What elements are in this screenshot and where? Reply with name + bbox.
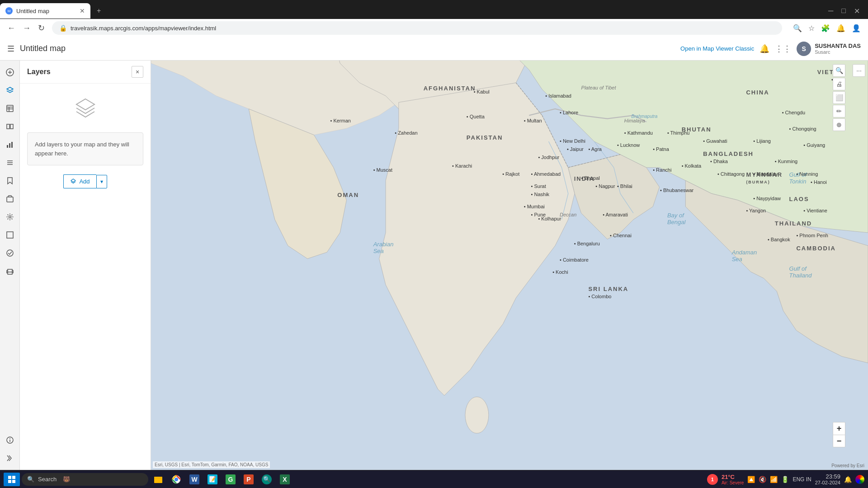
add-layer-main-button[interactable]: Add — [63, 174, 96, 188]
map-search-button[interactable]: 🔍 — [833, 64, 845, 77]
map-more-button[interactable]: ··· — [853, 64, 865, 77]
tray-wifi-icon[interactable]: 📶 — [770, 476, 778, 483]
zoom-in-button[interactable]: + — [833, 422, 845, 435]
city-dhaka: • Dhaka — [710, 159, 728, 164]
hamburger-menu[interactable]: ☰ — [7, 44, 14, 54]
address-field[interactable]: 🔒 travelrasik.maps.arcgis.com/apps/mapvi… — [52, 21, 782, 35]
language-display[interactable]: ENG IN — [793, 476, 811, 483]
open-classic-link[interactable]: Open in Map Viewer Classic — [680, 45, 754, 52]
start-button[interactable] — [4, 473, 20, 486]
city-phnom-penh: • Phnom Penh — [796, 233, 828, 238]
back-button[interactable]: ← — [5, 22, 17, 35]
search-icon[interactable]: 🔍 — [791, 22, 804, 34]
city-surat: • Surat — [531, 183, 546, 189]
sidebar-item-print[interactable] — [2, 263, 18, 279]
sidebar-item-expand[interactable] — [2, 450, 18, 466]
sidebar-item-list[interactable] — [2, 155, 18, 171]
svg-point-24 — [465, 397, 489, 433]
taskbar-app5[interactable]: G — [222, 471, 239, 488]
powered-by: Powered by Esri — [831, 463, 864, 468]
map-fullscreen-button[interactable]: ⬜ — [833, 91, 845, 104]
map-location-button[interactable]: ⊕ — [833, 118, 845, 131]
svg-rect-30 — [154, 477, 158, 478]
add-layer-dropdown-button[interactable]: ▾ — [96, 175, 107, 188]
user-info[interactable]: S SUSHANTA DAS Susarc — [797, 42, 861, 56]
layers-close-button[interactable]: × — [132, 66, 143, 78]
city-kathmandu: • Kathmandu — [624, 130, 653, 136]
taskbar-notepad-app[interactable]: 📝 — [204, 471, 221, 488]
map-print-button[interactable]: 🖨 — [833, 78, 845, 90]
date-display: 27-02-2024 — [815, 480, 840, 485]
sidebar-item-add[interactable] — [2, 64, 18, 80]
map-svg — [151, 61, 868, 470]
sidebar-item-table[interactable] — [2, 100, 18, 117]
city-lahore: • Lahore — [560, 110, 578, 115]
sidebar-item-charts[interactable] — [2, 136, 18, 153]
layers-panel: Layers × Add layers to your map and they… — [20, 61, 151, 470]
taskbar-excel-app[interactable]: X — [277, 471, 293, 488]
language-text: ENG IN — [793, 476, 811, 483]
taskbar-word-app[interactable]: W — [186, 471, 203, 488]
city-kolhapur: • Kolhapur — [538, 216, 561, 221]
star-icon[interactable]: ☆ — [807, 22, 816, 34]
window-close-button[interactable]: ✕ — [851, 6, 863, 16]
sidebar-item-collection[interactable] — [2, 191, 18, 207]
notification-bell-icon[interactable]: 🔔 — [760, 44, 769, 54]
file-explorer-icon — [153, 474, 163, 484]
city-nashik: • Nashik — [531, 192, 550, 197]
forward-button[interactable]: → — [21, 22, 33, 35]
taskbar-powerpoint-app[interactable]: P — [241, 471, 257, 488]
profile-icon[interactable]: 👤 — [850, 22, 863, 34]
search-app-icon: 🔍 — [262, 474, 272, 484]
sidebar-item-bookmarks[interactable] — [2, 173, 18, 189]
city-kolkata: • Kolkata — [682, 163, 702, 169]
app-header: ☰ Untitled map Open in Map Viewer Classi… — [0, 37, 868, 61]
city-yangon: • Yangon — [746, 208, 766, 213]
taskbar-chrome-app[interactable] — [168, 471, 184, 488]
extension-icon[interactable]: 🧩 — [819, 22, 832, 34]
word-icon: W — [189, 474, 199, 484]
system-clock[interactable]: 23:59 27-02-2024 — [815, 473, 840, 485]
layers-empty-message: Add layers to your map and they will app… — [27, 132, 143, 165]
window-minimize-button[interactable]: ─ — [826, 6, 836, 16]
map-area[interactable]: AFGHANISTAN PAKISTAN INDIA CHINA BANGLAD… — [151, 61, 868, 470]
city-muscat: • Muscat — [373, 167, 392, 173]
sidebar-item-basemap[interactable] — [2, 118, 18, 135]
window-maximize-button[interactable]: □ — [839, 6, 849, 16]
zoom-out-button[interactable]: − — [833, 435, 845, 447]
weather-widget[interactable]: 1 21°C Air: Severe — [707, 474, 744, 485]
notification-icon[interactable]: 🔔 — [835, 22, 847, 34]
sidebar-item-fields[interactable] — [2, 227, 18, 243]
city-vientiane: • Vientiane — [803, 208, 827, 213]
weather-info: 21°C Air: Severe — [722, 474, 744, 485]
tray-speaker-icon[interactable]: 🔇 — [759, 476, 766, 483]
city-kerman: • Kerman — [330, 118, 351, 123]
new-tab-button[interactable]: + — [92, 7, 105, 15]
svg-rect-7 — [7, 124, 9, 129]
active-tab[interactable]: M Untitled map ✕ — [0, 3, 90, 19]
temperature-display: 21°C — [722, 474, 744, 480]
tray-battery-icon[interactable]: 🔋 — [781, 476, 789, 483]
map-edit-button[interactable]: ✏ — [833, 105, 845, 117]
left-sidebar — [0, 61, 20, 470]
sidebar-item-layers[interactable] — [2, 82, 18, 99]
svg-point-32 — [175, 478, 178, 481]
tray-network-icon[interactable]: 🔼 — [747, 476, 755, 483]
map-visual: AFGHANISTAN PAKISTAN INDIA CHINA BANGLAD… — [151, 61, 868, 470]
taskbar-file-explorer[interactable] — [150, 471, 166, 488]
map-attribution: Esri, USGS | Esri, TomTom, Garmin, FAO, … — [153, 461, 270, 468]
powerpoint-icon: P — [244, 474, 254, 484]
sidebar-item-analysis[interactable] — [2, 245, 18, 261]
city-amaravati: • Amaravati — [603, 212, 628, 217]
taskbar-search[interactable]: 🔍 Search 🐻 — [22, 473, 148, 486]
refresh-button[interactable]: ↻ — [36, 21, 47, 35]
color-picker-icon[interactable] — [855, 475, 864, 484]
taskbar-search-app[interactable]: 🔍 — [259, 471, 275, 488]
tab-close-button[interactable]: ✕ — [80, 7, 85, 14]
sidebar-item-info[interactable] — [2, 432, 18, 448]
sidebar-item-settings[interactable] — [2, 209, 18, 225]
zoom-controls: + − — [833, 422, 845, 447]
notification-tray-icon[interactable]: 🔔 — [844, 476, 852, 483]
apps-grid-icon[interactable]: ⋮⋮ — [775, 44, 791, 54]
city-chengdu: • Chengdu — [782, 110, 806, 115]
